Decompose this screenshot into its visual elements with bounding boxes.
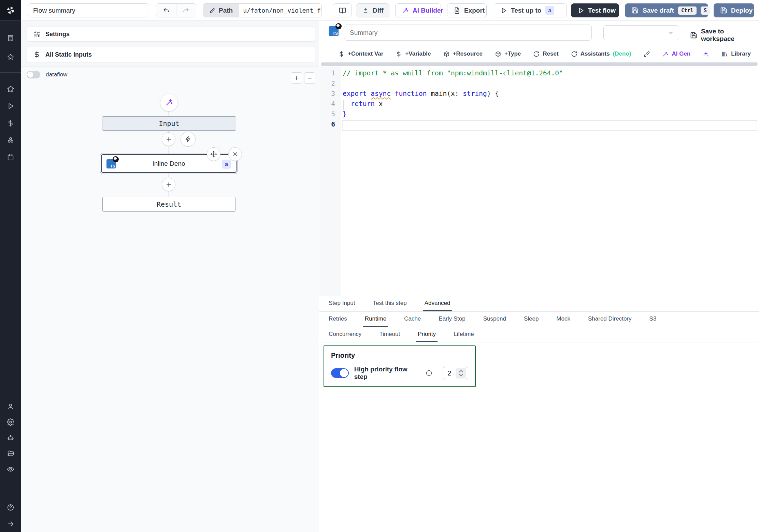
flow-summary-input[interactable]: Flow summary	[28, 3, 149, 17]
tab-runtime[interactable]: Runtime	[363, 312, 388, 327]
info-icon[interactable]	[426, 370, 432, 376]
save-draft-label: Save draft	[643, 7, 674, 14]
high-priority-label: High priority flow step	[354, 366, 422, 381]
sidebar-robot-icon[interactable]	[7, 434, 14, 442]
insert-step-button[interactable]	[162, 178, 175, 191]
ai-flow-wand-button[interactable]	[160, 94, 177, 111]
app-sidebar	[0, 0, 21, 532]
redo-button[interactable]	[176, 4, 196, 17]
language-select[interactable]	[603, 25, 679, 40]
settings-label: Settings	[45, 31, 70, 38]
test-up-to-label: Test up to	[511, 7, 541, 14]
tab-lifetime[interactable]: Lifetime	[452, 327, 476, 342]
wand-icon	[662, 51, 669, 57]
deploy-label: Deploy	[731, 7, 753, 14]
ai-builder-button[interactable]: AI Builder	[395, 3, 441, 17]
high-priority-toggle[interactable]	[331, 368, 349, 378]
sidebar-home-icon[interactable]	[7, 85, 14, 93]
save-icon	[631, 7, 639, 14]
test-up-to-button[interactable]: Test up to a	[494, 3, 567, 17]
tab-s3[interactable]: S3	[648, 312, 658, 327]
sidebar-hive-icon[interactable]	[7, 136, 14, 144]
package-icon	[495, 51, 501, 57]
indent-guide	[343, 100, 344, 110]
all-static-inputs-card[interactable]: All Static Inputs	[27, 47, 315, 62]
plus-icon	[166, 136, 172, 143]
toolbar-ai-gen-button[interactable]: AI Gen	[662, 50, 698, 57]
runtime-tabs: ConcurrencyTimeoutPriorityLifetime	[319, 327, 759, 342]
tab-concurrency[interactable]: Concurrency	[327, 327, 363, 342]
priority-value-input[interactable]: 2	[443, 366, 469, 380]
number-stepper[interactable]	[456, 368, 466, 379]
tab-advanced[interactable]: Advanced	[423, 296, 452, 311]
insert-step-button[interactable]	[162, 132, 175, 146]
toolbar-sparkles-button[interactable]	[703, 51, 717, 57]
dataflow-toggle[interactable]	[27, 71, 40, 78]
toolbar-variable-button[interactable]: +Variable	[396, 50, 438, 57]
path-value-input[interactable]: u/faton/non_violent_flo	[239, 4, 321, 17]
step-summary-input[interactable]	[344, 25, 592, 41]
sidebar-arrow-right-icon[interactable]	[7, 520, 14, 528]
tab-step-input[interactable]: Step Input	[327, 296, 357, 311]
windmill-logo[interactable]	[0, 0, 21, 21]
deploy-button[interactable]: Deploy	[714, 3, 754, 17]
sidebar-folder-icon[interactable]	[7, 450, 14, 457]
priority-panel: Priority High priority flow step 2	[324, 345, 476, 387]
toolbar-resource-button[interactable]: +Resource	[443, 50, 490, 57]
plus-minus-icon	[362, 7, 369, 14]
test-flow-button[interactable]: Test flow	[571, 3, 619, 17]
sidebar-user-icon[interactable]	[7, 403, 14, 410]
sidebar-calendar-icon[interactable]	[7, 153, 14, 161]
undo-button[interactable]	[156, 4, 176, 17]
save-to-workspace-button[interactable]: Save to workspace	[690, 28, 759, 43]
tab-mock[interactable]: Mock	[555, 312, 572, 327]
toolbar-library-button[interactable]: Library	[721, 50, 758, 57]
delete-step-button[interactable]	[228, 147, 242, 161]
flow-input-node[interactable]: Input	[102, 116, 236, 131]
export-button[interactable]: Export	[447, 3, 487, 17]
toolbar-brush-button[interactable]	[643, 51, 657, 57]
tab-early-stop[interactable]: Early Stop	[437, 312, 467, 327]
move-step-button[interactable]	[207, 147, 220, 161]
zoom-in-button[interactable]: +	[291, 72, 302, 84]
play-icon	[500, 7, 507, 14]
test-flow-label: Test flow	[588, 7, 616, 14]
save-draft-button[interactable]: Save draft Ctrl S	[625, 3, 708, 17]
priority-value: 2	[443, 369, 456, 377]
tab-suspend[interactable]: Suspend	[482, 312, 508, 327]
diff-label: Diff	[373, 7, 384, 14]
sidebar-help-icon[interactable]	[7, 504, 14, 511]
trigger-button[interactable]	[181, 132, 196, 147]
tab-cache[interactable]: Cache	[402, 312, 423, 327]
sidebar-star-icon[interactable]	[7, 53, 14, 61]
tab-timeout[interactable]: Timeout	[377, 327, 402, 342]
sidebar-dollar-icon[interactable]	[7, 119, 14, 127]
sidebar-building-icon[interactable]	[7, 34, 14, 42]
tab-priority[interactable]: Priority	[416, 327, 438, 342]
zoom-out-button[interactable]: −	[304, 72, 315, 84]
refresh-icon	[571, 51, 577, 57]
flow-settings-card[interactable]: Settings	[27, 27, 315, 42]
docs-button[interactable]	[333, 3, 352, 17]
tab-shared-directory[interactable]: Shared Directory	[586, 312, 633, 327]
bars-icon	[721, 51, 728, 57]
tab-retries[interactable]: Retries	[327, 312, 349, 327]
kbd-ctrl: Ctrl	[678, 6, 697, 15]
tab-sleep[interactable]: Sleep	[522, 312, 540, 327]
tab-test-this-step[interactable]: Test this step	[371, 296, 409, 311]
typescript-icon	[106, 159, 116, 168]
sidebar-eye-icon[interactable]	[7, 466, 14, 473]
sidebar-play-icon[interactable]	[7, 102, 14, 110]
flow-result-node[interactable]: Result	[102, 197, 235, 212]
toolbar-type-button[interactable]: +Type	[495, 50, 528, 57]
brush-icon	[643, 51, 650, 57]
toolbar-reset-button[interactable]: Reset	[533, 50, 566, 57]
toolbar-context-var-button[interactable]: +Context Var	[338, 50, 391, 57]
path-button[interactable]: Path	[203, 4, 239, 17]
sidebar-gear-icon[interactable]	[7, 418, 14, 426]
code-editor[interactable]: 1// import * as wmill from "npm:windmill…	[319, 66, 759, 296]
toolbar-assistants-button[interactable]: Assistants(Deno)	[571, 50, 639, 57]
flow-canvas[interactable]: dataflow + − Input	[21, 66, 319, 532]
diff-button[interactable]: Diff	[356, 3, 389, 17]
editor-horizontal-scrollbar[interactable]	[321, 62, 758, 66]
